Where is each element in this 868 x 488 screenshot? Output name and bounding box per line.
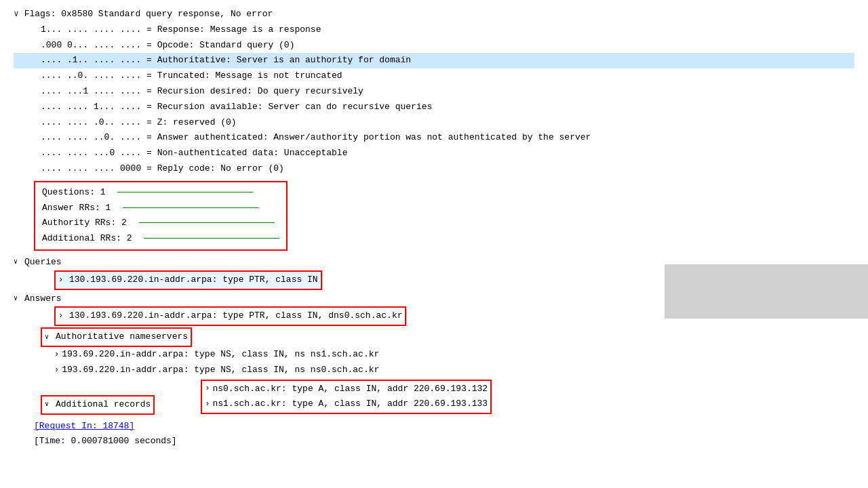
authority-rrs-stat: Authority RRs: 2	[42, 216, 279, 231]
stats-box: Questions: 1 Answer RRs: 1 Authority RRs…	[34, 181, 288, 251]
queries-item[interactable]: › 130.193.69.220.in-addr.arpa: type PTR,…	[58, 272, 318, 288]
answer-rrs-stat: Answer RRs: 1	[42, 201, 279, 216]
additional-records-label-box: ∨ Additional records	[41, 395, 155, 415]
flags-header: ∨ Flags: 0x8580 Standard query response,…	[14, 7, 854, 22]
flag-line-10: .... .... .... 0000 = Reply code: No err…	[14, 161, 854, 177]
queries-item-box: › 130.193.69.220.in-addr.arpa: type PTR,…	[54, 270, 322, 290]
answers-item-box: › 130.193.69.220.in-addr.arpa: type PTR,…	[54, 306, 406, 326]
time-footer: [Time: 0.000781000 seconds]	[14, 434, 854, 449]
auth-ns-section[interactable]: ∨ Authoritative nameservers	[45, 329, 188, 345]
auth-ns-label-box: ∨ Authoritative nameservers	[41, 327, 192, 347]
flag-line-4: .... ..0. .... .... = Truncated: Message…	[14, 68, 854, 84]
additional-records-items-box: › ns0.sch.ac.kr: type A, class IN, addr …	[201, 380, 492, 415]
queries-item-arrow[interactable]: ›	[58, 274, 66, 287]
questions-stat: Questions: 1	[42, 185, 279, 201]
flag-line-1: 1... .... .... .... = Response: Message …	[14, 22, 854, 38]
flag-line-7: .... .... .0.. .... = Z: reserved (0)	[14, 115, 854, 131]
answers-item[interactable]: › 130.193.69.220.in-addr.arpa: type PTR,…	[58, 308, 402, 324]
auth-ns-item-1-arrow[interactable]: ›	[54, 348, 59, 361]
add-rec-item-1-arrow[interactable]: ›	[205, 382, 210, 395]
add-rec-item-2-arrow[interactable]: ›	[205, 398, 210, 411]
flag-line-2: .000 0... .... .... = Opcode: Standard q…	[14, 38, 854, 54]
auth-ns-item-2[interactable]: › 193.69.220.in-addr.arpa: type NS, clas…	[14, 363, 854, 378]
auth-ns-item-2-arrow[interactable]: ›	[54, 364, 59, 377]
queries-collapse-icon[interactable]: ∨	[14, 257, 22, 268]
flag-line-8: .... .... ..0. .... = Answer authenticat…	[14, 130, 854, 146]
answers-item-arrow[interactable]: ›	[58, 310, 66, 323]
auth-ns-collapse-icon[interactable]: ∨	[45, 332, 53, 343]
flag-line-6: .... .... 1... .... = Recursion availabl…	[14, 100, 854, 115]
additional-records-collapse-icon[interactable]: ∨	[45, 399, 53, 410]
answers-collapse-icon[interactable]: ∨	[14, 293, 22, 304]
additional-record-item-2[interactable]: › ns1.sch.ac.kr: type A, class IN, addr …	[205, 396, 488, 412]
auth-ns-item-1[interactable]: › 193.69.220.in-addr.arpa: type NS, clas…	[14, 347, 854, 363]
request-in: [Request In: 18748]	[14, 419, 854, 434]
additional-record-item-1[interactable]: › ns0.sch.ac.kr: type A, class IN, addr …	[205, 382, 488, 397]
flag-line-highlighted: .... .1.. .... .... = Authoritative: Ser…	[14, 53, 854, 68]
flag-line-5: .... ...1 .... .... = Recursion desired:…	[14, 84, 854, 100]
additional-records-section[interactable]: ∨ Additional records	[45, 397, 151, 413]
flag-line-9: .... .... ...0 .... = Non-authenticated …	[14, 146, 854, 161]
additional-rrs-stat: Additional RRs: 2	[42, 231, 279, 247]
